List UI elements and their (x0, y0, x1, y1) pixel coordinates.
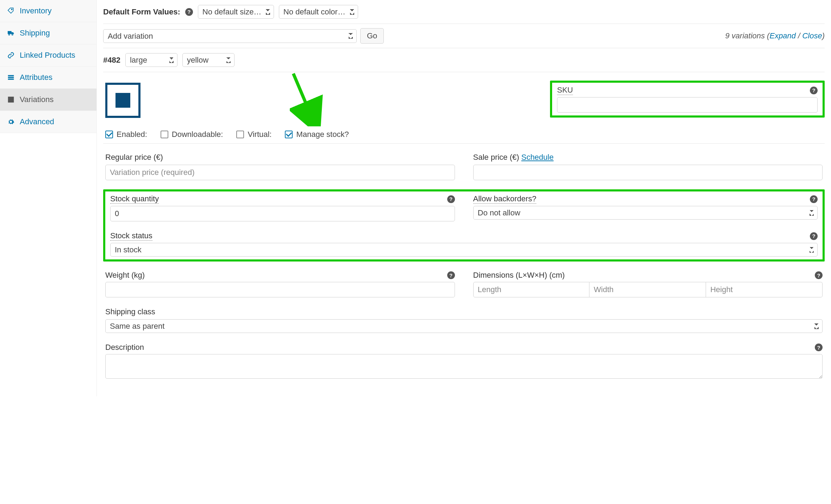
field-label: Description (105, 343, 144, 352)
tab-label: Variations (20, 95, 54, 104)
tab-label: Attributes (20, 73, 52, 82)
variation-flags-row: Enabled: Downloadable: Virtual: Manage s… (103, 126, 825, 144)
tab-label: Linked Products (20, 51, 75, 60)
svg-point-0 (11, 9, 12, 10)
backorders-select[interactable]: Do not allow (473, 206, 818, 220)
variation-image-upload[interactable] (105, 83, 140, 118)
svg-point-1 (8, 34, 10, 35)
width-input[interactable] (589, 282, 706, 297)
tab-variations[interactable]: Variations (0, 89, 96, 111)
variation-color-select[interactable]: yellow (182, 53, 235, 67)
sku-label: SKU (557, 86, 573, 95)
link-icon (7, 51, 15, 59)
field-label: Shipping class (105, 307, 823, 316)
svg-rect-5 (8, 78, 14, 80)
svg-line-10 (293, 74, 313, 119)
expand-link[interactable]: Expand (769, 31, 796, 40)
weight-field: Weight (kg)? (105, 271, 455, 297)
svg-point-2 (12, 34, 13, 35)
variation-size-select[interactable]: large (125, 53, 177, 67)
variation-bulk-action-select[interactable]: Add variation (103, 29, 357, 43)
field-label: Stock status (110, 231, 152, 241)
regular-price-field: Regular price (€) (105, 153, 455, 180)
tab-label: Advanced (20, 117, 54, 126)
field-label: Sale price (€) Schedule (473, 153, 823, 162)
shipping-class-select[interactable]: Same as parent (105, 319, 823, 333)
field-label: Allow backorders? (473, 194, 537, 204)
grid-icon (7, 96, 15, 103)
go-button[interactable]: Go (360, 28, 384, 44)
tab-attributes[interactable]: Attributes (0, 67, 96, 89)
stock-quantity-input[interactable] (110, 206, 455, 221)
field-label: Dimensions (L×W×H) (cm) (473, 271, 565, 280)
variation-header[interactable]: #482 large yellow (103, 48, 825, 72)
close-link[interactable]: Close (802, 31, 822, 40)
default-form-values-row: Default Form Values: ? No default size… … (103, 0, 825, 24)
tab-advanced[interactable]: Advanced (0, 111, 96, 133)
sale-price-input[interactable] (473, 165, 823, 180)
help-icon[interactable]: ? (810, 195, 818, 203)
variations-panel: Default Form Values: ? No default size… … (97, 0, 831, 396)
image-placeholder-icon (113, 90, 133, 110)
tab-label: Inventory (20, 6, 52, 15)
height-input[interactable] (706, 282, 823, 297)
manage-stock-checkbox[interactable]: Manage stock? (285, 130, 349, 139)
description-field: Description? (105, 343, 823, 381)
tab-linked-products[interactable]: Linked Products (0, 44, 96, 67)
variation-count: 9 (725, 31, 729, 40)
svg-rect-4 (8, 77, 14, 78)
checkbox-icon (161, 131, 168, 138)
variation-body: SKU ? Enabled: Downloadable: Virtual: Ma… (103, 72, 825, 386)
sku-input[interactable] (557, 97, 818, 113)
default-color-select[interactable]: No default color… (279, 5, 358, 19)
dimensions-field: Dimensions (L×W×H) (cm)? (473, 271, 823, 297)
downloadable-checkbox[interactable]: Downloadable: (161, 130, 223, 139)
default-size-select[interactable]: No default size… (198, 5, 274, 19)
checkbox-icon (105, 131, 113, 138)
tab-label: Shipping (20, 29, 50, 38)
svg-point-9 (118, 95, 122, 99)
help-icon[interactable]: ? (815, 344, 823, 351)
tab-shipping[interactable]: Shipping (0, 22, 96, 44)
tag-icon (7, 7, 15, 15)
help-icon[interactable]: ? (447, 271, 455, 279)
backorders-field: Allow backorders?? Do not allow (473, 194, 818, 221)
product-data-tabs: Inventory Shipping Linked Products Attri… (0, 0, 97, 396)
help-icon[interactable]: ? (185, 8, 193, 16)
stock-highlight: Stock quantity? Allow backorders?? Do no… (103, 189, 825, 262)
description-textarea[interactable] (105, 354, 823, 379)
sku-highlight: SKU ? (550, 81, 825, 118)
help-icon[interactable]: ? (810, 87, 818, 94)
help-icon[interactable]: ? (447, 195, 455, 203)
sale-price-field: Sale price (€) Schedule (473, 153, 823, 180)
virtual-checkbox[interactable]: Virtual: (236, 130, 271, 139)
checkbox-icon (236, 131, 244, 138)
stock-status-field: Stock status? In stock (110, 231, 818, 257)
truck-icon (7, 29, 15, 37)
field-label: Weight (kg) (105, 271, 145, 280)
schedule-link[interactable]: Schedule (521, 153, 554, 162)
variations-action-bar: Add variation Go 9 variations (Expand / … (103, 24, 825, 48)
help-icon[interactable]: ? (810, 232, 818, 240)
annotation-arrow (290, 70, 329, 126)
default-values-label: Default Form Values: (103, 7, 180, 17)
gear-icon (7, 118, 15, 126)
regular-price-input[interactable] (105, 165, 455, 180)
checkbox-icon (285, 131, 293, 138)
shipping-class-field: Shipping class Same as parent (105, 307, 823, 333)
field-label: Stock quantity (110, 194, 159, 204)
length-input[interactable] (473, 282, 590, 297)
list-icon (7, 74, 15, 81)
stock-quantity-field: Stock quantity? (110, 194, 455, 221)
enabled-checkbox[interactable]: Enabled: (105, 130, 147, 139)
weight-input[interactable] (105, 282, 455, 297)
tab-inventory[interactable]: Inventory (0, 0, 96, 22)
field-label: Regular price (€) (105, 153, 455, 162)
stock-status-select[interactable]: In stock (110, 243, 818, 257)
variations-count-info: 9 variations (Expand / Close) (725, 31, 825, 40)
variation-id: #482 (103, 56, 120, 65)
help-icon[interactable]: ? (815, 271, 823, 279)
svg-rect-3 (8, 75, 14, 76)
